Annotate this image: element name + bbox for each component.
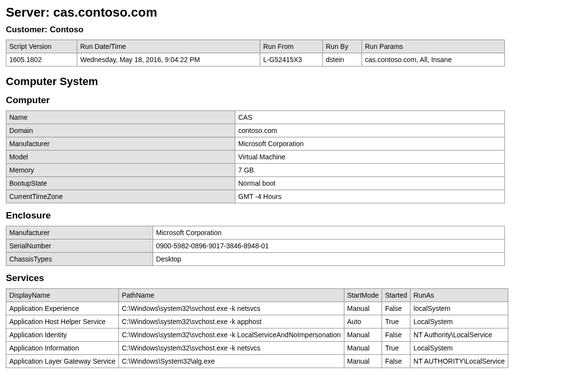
section-computer-system: Computer System	[6, 75, 582, 88]
run-info-table: Script Version Run Date/Time Run From Ru…	[6, 40, 505, 66]
cell-start-mode: Manual	[344, 342, 382, 355]
kv-key: Domain	[6, 124, 235, 137]
customer-title: Customer: Contoso	[6, 25, 582, 35]
val-run-datetime: Wednesday, May 18, 2016, 9:04:22 PM	[77, 53, 260, 66]
cell-started: True	[382, 342, 410, 355]
table-row: ManufacturerMicrosoft Corporation	[6, 226, 505, 240]
kv-value: Virtual Machine	[235, 151, 505, 164]
kv-key: Model	[6, 151, 235, 164]
cell-start-mode: Manual	[344, 302, 382, 315]
col-start-mode: StartMode	[344, 289, 382, 302]
table-row: Domaincontoso.com	[6, 124, 505, 137]
kv-value: 7 GB	[235, 164, 505, 177]
section-services: Services	[6, 273, 582, 283]
cell-run-as: NT Authority\LocalService	[410, 328, 508, 342]
table-row: ChassisTypesDesktop	[6, 253, 505, 266]
cell-path-name: C:\Windows\system32\svchost.exe -k appho…	[119, 315, 344, 328]
kv-key: Memory	[6, 164, 235, 177]
table-row: SerialNumber0900-5982-0896-9017-3846-894…	[6, 240, 505, 253]
server-value: cas.contoso.com	[53, 5, 157, 20]
computer-table: NameCASDomaincontoso.comManufacturerMicr…	[6, 110, 505, 203]
table-row: NameCAS	[6, 111, 505, 124]
kv-value: Microsoft Corporation	[153, 226, 505, 240]
table-row: ModelVirtual Machine	[6, 151, 505, 164]
services-table: DisplayName PathName StartMode Started R…	[6, 288, 508, 368]
kv-key: CurrentTimeZone	[6, 190, 235, 203]
cell-run-as: LocalSystem	[410, 315, 508, 328]
cell-run-as: LocalSystem	[410, 342, 508, 355]
cell-path-name: C:\Windows\system32\svchost.exe -k netsv…	[119, 302, 344, 315]
table-row: Application ExperienceC:\Windows\system3…	[6, 302, 508, 315]
table-row: Application InformationC:\Windows\system…	[6, 342, 508, 355]
cell-display-name: Application Experience	[6, 302, 119, 315]
col-script-version: Script Version	[6, 40, 77, 53]
table-row: Memory7 GB	[6, 164, 505, 177]
cell-started: True	[382, 315, 410, 328]
cell-display-name: Application Host Helper Service	[6, 315, 119, 328]
cell-started: False	[382, 302, 410, 315]
kv-key: Manufacturer	[6, 137, 235, 151]
cell-run-as: localSystem	[410, 302, 508, 315]
kv-value: CAS	[235, 111, 505, 124]
val-run-from: L-G52415X3	[260, 53, 323, 66]
cell-start-mode: Manual	[344, 355, 382, 368]
cell-start-mode: Auto	[344, 315, 382, 328]
kv-value: Desktop	[153, 253, 505, 266]
table-row: BootupStateNormal boot	[6, 177, 505, 190]
kv-key: ChassisTypes	[6, 253, 153, 266]
cell-display-name: Application Information	[6, 342, 119, 355]
val-run-params: cas.contoso.com, All, Insane	[362, 53, 505, 66]
kv-key: BootupState	[6, 177, 235, 190]
cell-path-name: C:\Windows\system32\svchost.exe -k Local…	[119, 328, 344, 342]
col-path-name: PathName	[119, 289, 344, 302]
col-run-as: RunAs	[410, 289, 508, 302]
customer-value: Contoso	[50, 25, 84, 34]
table-row: Application Host Helper ServiceC:\Window…	[6, 315, 508, 328]
enclosure-table: ManufacturerMicrosoft CorporationSerialN…	[6, 226, 505, 266]
col-started: Started	[382, 289, 410, 302]
cell-start-mode: Manual	[344, 328, 382, 342]
col-run-datetime: Run Date/Time	[77, 40, 260, 53]
table-row: Application Layer Gateway ServiceC:\Wind…	[6, 355, 508, 368]
table-row: CurrentTimeZoneGMT -4 Hours	[6, 190, 505, 203]
server-label: Server:	[6, 5, 50, 20]
col-run-by: Run By	[323, 40, 362, 53]
kv-value: Microsoft Corporation	[235, 137, 505, 151]
section-enclosure: Enclosure	[6, 210, 582, 221]
table-header-row: DisplayName PathName StartMode Started R…	[6, 289, 508, 302]
table-row: 1605.1802 Wednesday, May 18, 2016, 9:04:…	[6, 53, 505, 66]
cell-path-name: C:\Windows\System32\alg.exe	[119, 355, 344, 368]
page-title: Server: cas.contoso.com	[6, 5, 582, 20]
cell-display-name: Application Identity	[6, 328, 119, 342]
col-run-from: Run From	[260, 40, 323, 53]
col-run-params: Run Params	[362, 40, 505, 53]
table-row: Application IdentityC:\Windows\system32\…	[6, 328, 508, 342]
cell-display-name: Application Layer Gateway Service	[6, 355, 119, 368]
cell-path-name: C:\Windows\system32\svchost.exe -k netsv…	[119, 342, 344, 355]
kv-value: GMT -4 Hours	[235, 190, 505, 203]
customer-label: Customer:	[6, 25, 47, 34]
val-run-by: dstein	[323, 53, 362, 66]
table-row: ManufacturerMicrosoft Corporation	[6, 137, 505, 151]
cell-run-as: NT AUTHORITY\LocalService	[410, 355, 508, 368]
cell-started: False	[382, 328, 410, 342]
kv-key: Manufacturer	[6, 226, 153, 240]
kv-value: Normal boot	[235, 177, 505, 190]
table-header-row: Script Version Run Date/Time Run From Ru…	[6, 40, 505, 53]
kv-key: Name	[6, 111, 235, 124]
cell-started: False	[382, 355, 410, 368]
kv-value: contoso.com	[235, 124, 505, 137]
kv-key: SerialNumber	[6, 240, 153, 253]
kv-value: 0900-5982-0896-9017-3846-8948-01	[153, 240, 505, 253]
col-display-name: DisplayName	[6, 289, 119, 302]
val-script-version: 1605.1802	[6, 53, 77, 66]
section-computer: Computer	[6, 95, 582, 106]
